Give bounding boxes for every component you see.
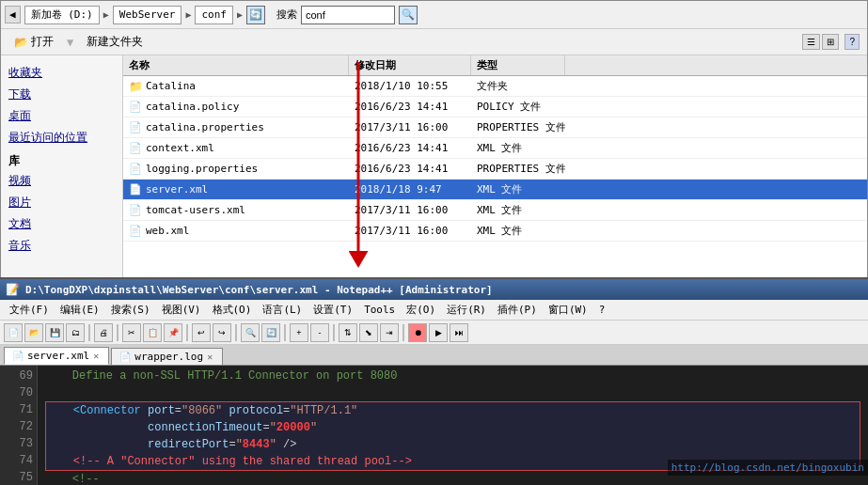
toolbar-saveall[interactable]: 🗂 bbox=[66, 323, 85, 342]
toolbar-paste[interactable]: 📌 bbox=[164, 323, 182, 342]
col-modified-header[interactable]: 修改日期 bbox=[349, 55, 471, 75]
tab-close-icon2[interactable]: ✕ bbox=[207, 352, 213, 362]
file-row-catalina-policy[interactable]: catalina.policy 2016/6/23 14:41 POLICY 文… bbox=[123, 97, 867, 117]
menu-window[interactable]: 窗口(W) bbox=[543, 301, 593, 319]
menu-file[interactable]: 文件(F) bbox=[4, 301, 55, 319]
sidebar-item-downloads[interactable]: 下载 bbox=[5, 85, 118, 104]
file-name-cell: server.xml bbox=[123, 181, 349, 198]
col-name-header[interactable]: 名称 bbox=[123, 55, 349, 75]
toolbar-zoomin[interactable]: + bbox=[290, 323, 308, 342]
sep2: ▶ bbox=[185, 9, 191, 20]
toolbar-macro-rec[interactable]: ⏺ bbox=[408, 323, 427, 342]
code-line-69: Define a non-SSL HTTP/1.1 Connector on p… bbox=[45, 368, 860, 384]
file-type-cell: PROPERTIES 文件 bbox=[471, 160, 565, 178]
file-row-context-xml[interactable]: context.xml 2016/6/23 14:41 XML 文件 bbox=[123, 138, 867, 159]
file-row-tomcat-users[interactable]: tomcat-users.xml 2017/3/11 16:00 XML 文件 bbox=[123, 200, 867, 221]
sidebar-item-music[interactable]: 音乐 bbox=[5, 236, 118, 256]
sidebar-item-library: 库 bbox=[5, 151, 118, 171]
code-line-72: connectionTimeout="20000" bbox=[45, 419, 860, 436]
toolbar-macro-next[interactable]: ⏭ bbox=[450, 323, 468, 342]
toolbar-row: ◀ 新加卷 (D:) ▶ WebServer ▶ conf ▶ 🔄 搜索 🔍 bbox=[1, 1, 867, 29]
sidebar-item-video[interactable]: 视频 bbox=[5, 171, 118, 191]
sidebar-item-favorites[interactable]: 收藏夹 bbox=[5, 63, 118, 83]
sidebar-item-pictures[interactable]: 图片 bbox=[5, 193, 118, 212]
menu-run[interactable]: 运行(R) bbox=[441, 301, 492, 319]
search-input[interactable] bbox=[301, 6, 395, 24]
help-btn[interactable]: ? bbox=[844, 34, 860, 50]
tab-icon: 📄 bbox=[12, 351, 24, 361]
view-tile-btn[interactable]: ⊞ bbox=[822, 34, 839, 50]
file-type-cell: XML 文件 bbox=[471, 201, 565, 219]
line-num-72: 72 bbox=[4, 418, 33, 435]
webserver-btn[interactable]: WebServer bbox=[113, 6, 182, 24]
sidebar-item-desktop[interactable]: 桌面 bbox=[5, 106, 118, 126]
file-row-catalina[interactable]: Catalina 2018/1/10 10:55 文件夹 bbox=[123, 76, 867, 97]
menu-help[interactable]: ? bbox=[593, 302, 611, 318]
menu-macro[interactable]: 宏(O) bbox=[401, 301, 441, 319]
tab-server-xml[interactable]: 📄 server.xml ✕ bbox=[4, 347, 109, 365]
toolbar-sep6 bbox=[333, 324, 335, 341]
file-type-cell: POLICY 文件 bbox=[471, 98, 565, 116]
nav-btn-back[interactable]: ◀ bbox=[5, 6, 21, 23]
line-num-71: 71 bbox=[4, 401, 33, 418]
line-num-70: 70 bbox=[4, 384, 33, 401]
file-date-cell: 2017/3/11 16:00 bbox=[349, 119, 471, 135]
toolbar-sep2 bbox=[117, 324, 118, 341]
menu-tools[interactable]: Tools bbox=[358, 302, 401, 318]
menu-edit[interactable]: 编辑(E) bbox=[55, 301, 105, 319]
tab-close-icon[interactable]: ✕ bbox=[93, 351, 99, 361]
toolbar-open[interactable]: 📂 bbox=[24, 323, 43, 342]
view-list-btn[interactable]: ☰ bbox=[802, 34, 820, 50]
toolbar-indent[interactable]: ⇥ bbox=[380, 323, 399, 342]
toolbar-new[interactable]: 📄 bbox=[4, 323, 23, 342]
sidebar-item-docs[interactable]: 文档 bbox=[5, 214, 118, 234]
tab-icon2: 📄 bbox=[119, 352, 131, 362]
toolbar-cut[interactable]: ✂ bbox=[122, 323, 141, 342]
col-type-header[interactable]: 类型 bbox=[471, 55, 565, 75]
file-name-cell: catalina.policy bbox=[123, 99, 349, 116]
conf-btn[interactable]: conf bbox=[195, 6, 233, 24]
toolbar-find[interactable]: 🔍 bbox=[241, 323, 260, 342]
right-watermark: http://blog.csdn.net/bingoxubin bbox=[668, 460, 868, 476]
new-folder-button[interactable]: 新建文件夹 bbox=[81, 32, 149, 52]
open-button[interactable]: 📂 打开 bbox=[8, 32, 59, 52]
file-row-server-xml[interactable]: server.xml 2018/1/18 9:47 XML 文件 bbox=[123, 180, 867, 200]
toolbar-macro-play[interactable]: ▶ bbox=[429, 323, 448, 342]
code-line-71: <Connector port="8066" protocol="HTTP/1.… bbox=[45, 401, 860, 419]
file-row-catalina-properties[interactable]: catalina.properties 2017/3/11 16:00 PROP… bbox=[123, 117, 867, 138]
notepad-title: D:\TongDXP\dxpinstall\WebServer\conf\ser… bbox=[25, 284, 493, 296]
menu-format[interactable]: 格式(O) bbox=[207, 301, 258, 319]
toolbar-save[interactable]: 💾 bbox=[45, 323, 64, 342]
menu-plugins[interactable]: 插件(P) bbox=[492, 301, 543, 319]
menu-search[interactable]: 搜索(S) bbox=[105, 301, 156, 319]
search-button[interactable]: 🔍 bbox=[399, 6, 418, 24]
toolbar-sep3 bbox=[186, 324, 188, 341]
new-folder-label: 新建文件夹 bbox=[87, 34, 143, 50]
file-row-web-xml[interactable]: web.xml 2017/3/11 16:00 XML 文件 bbox=[123, 221, 867, 242]
main-content: 收藏夹 下载 桌面 最近访问的位置 库 视频 图片 文档 音乐 名称 修改日期 … bbox=[1, 55, 867, 278]
file-type-cell: XML 文件 bbox=[471, 222, 565, 240]
code-line-70 bbox=[45, 384, 860, 401]
sidebar-item-recent[interactable]: 最近访问的位置 bbox=[5, 128, 118, 148]
file-date-cell: 2018/1/10 10:55 bbox=[349, 78, 471, 94]
toolbar-wrap[interactable]: ⬊ bbox=[359, 323, 378, 342]
file-name-cell: logging.properties bbox=[123, 161, 349, 178]
menu-view[interactable]: 视图(V) bbox=[156, 301, 207, 319]
file-date-cell: 2017/3/11 16:00 bbox=[349, 202, 471, 218]
toolbar-print[interactable]: 🖨 bbox=[94, 323, 113, 342]
toolbar-replace[interactable]: 🔄 bbox=[261, 323, 280, 342]
toolbar-redo[interactable]: ↪ bbox=[213, 323, 231, 342]
toolbar-copy[interactable]: 📋 bbox=[143, 323, 162, 342]
menu-settings[interactable]: 设置(T) bbox=[308, 301, 358, 319]
menu-language[interactable]: 语言(L) bbox=[257, 301, 308, 319]
sep3: ▶ bbox=[237, 9, 243, 20]
tab-wrapper-log[interactable]: 📄 wrapper.log ✕ bbox=[111, 348, 223, 365]
file-row-logging-properties[interactable]: logging.properties 2016/6/23 14:41 PROPE… bbox=[123, 159, 867, 180]
file-list: 名称 修改日期 类型 Catalina 2018/1/10 10:55 文件夹 … bbox=[123, 55, 867, 278]
notepad-icon: 📝 bbox=[6, 283, 20, 296]
refresh-btn[interactable]: 🔄 bbox=[246, 6, 265, 24]
toolbar-undo[interactable]: ↩ bbox=[192, 323, 211, 342]
toolbar-synch[interactable]: ⇅ bbox=[339, 323, 357, 342]
toolbar-zoomout[interactable]: - bbox=[310, 323, 329, 342]
new-volume-btn[interactable]: 新加卷 (D:) bbox=[24, 6, 100, 24]
